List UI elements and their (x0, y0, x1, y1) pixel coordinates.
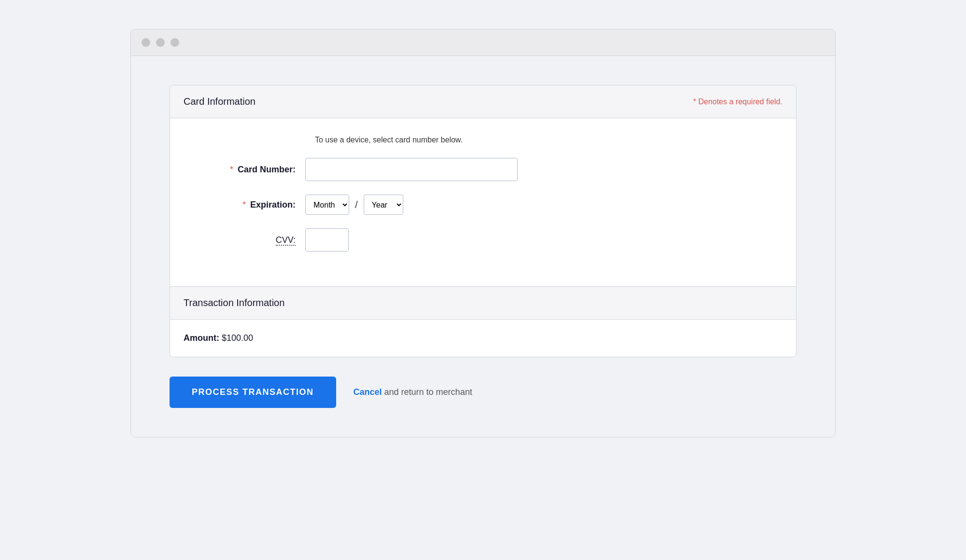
card-container: Card Information * Denotes a required fi… (170, 85, 796, 357)
cancel-bold-text[interactable]: Cancel (354, 387, 382, 397)
expiration-controls: Month010203040506070809101112 / Year2024… (305, 195, 403, 215)
expiration-separator: / (355, 199, 358, 210)
amount-value: $100.00 (222, 333, 253, 343)
expiration-row: * Expiration: Month010203040506070809101… (199, 195, 767, 215)
cvv-label: CVV: (276, 235, 296, 246)
action-row: PROCESS TRANSACTION Cancel and return to… (170, 377, 796, 408)
device-hint: To use a device, select card number belo… (315, 136, 767, 144)
amount-text: Amount: $100.00 (184, 333, 253, 343)
process-transaction-button[interactable]: PROCESS TRANSACTION (170, 377, 336, 408)
card-number-required-star: * (230, 165, 233, 174)
cvv-input[interactable] (305, 228, 349, 252)
month-select[interactable]: Month010203040506070809101112 (305, 195, 349, 215)
card-info-header: Card Information * Denotes a required fi… (170, 85, 796, 118)
form-section: To use a device, select card number belo… (170, 118, 796, 287)
card-number-row: * Card Number: (199, 158, 767, 181)
browser-titlebar (131, 29, 835, 56)
browser-window: Card Information * Denotes a required fi… (130, 29, 836, 437)
browser-dot-2 (156, 38, 165, 47)
browser-content: Card Information * Denotes a required fi… (131, 56, 835, 437)
cvv-label-container: CVV: (199, 235, 305, 245)
expiration-label: * Expiration: (199, 200, 305, 210)
cancel-rest-text: and return to merchant (382, 387, 472, 397)
expiration-required-star: * (242, 200, 246, 210)
card-number-label: * Card Number: (199, 165, 305, 175)
browser-dot-3 (170, 38, 179, 47)
card-info-title: Card Information (184, 96, 256, 107)
required-note: * Denotes a required field. (693, 98, 782, 106)
year-select[interactable]: Year202420252026202720282029203020312032… (364, 195, 403, 215)
transaction-info-header: Transaction Information (170, 287, 796, 320)
cvv-row: CVV: (199, 228, 767, 252)
transaction-info-title: Transaction Information (184, 297, 284, 308)
cancel-link[interactable]: Cancel and return to merchant (354, 387, 472, 397)
amount-label: Amount: (184, 333, 219, 343)
browser-dot-1 (142, 38, 150, 47)
transaction-amount-section: Amount: $100.00 (170, 320, 796, 357)
card-number-input[interactable] (305, 158, 518, 181)
